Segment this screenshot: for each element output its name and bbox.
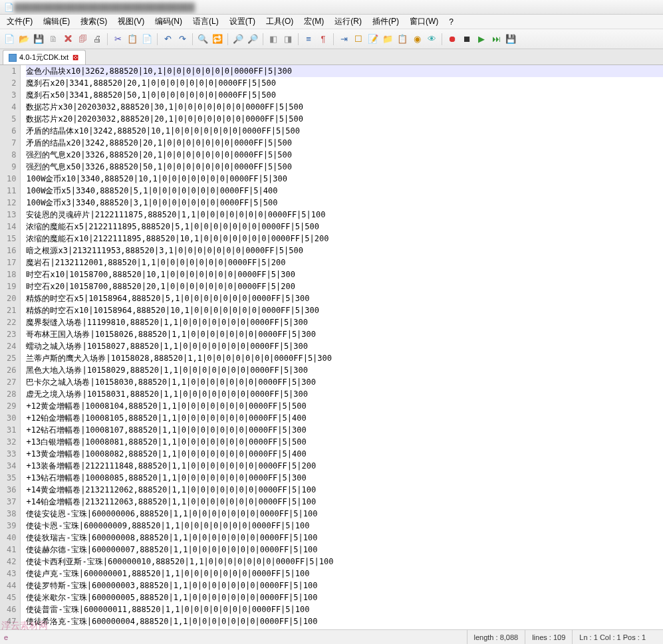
menu-item[interactable]: 插件(P) — [368, 15, 403, 29]
file-tab[interactable]: 4.0-1元CDK.txt ⊠ — [3, 50, 86, 64]
zoom-out-icon[interactable]: 🔎 — [246, 33, 259, 46]
code-line[interactable]: 新春稀有宝珠自选礼盒|490808003,888520|1,1|0|0|0|0|… — [26, 627, 663, 629]
play-multi-icon[interactable]: ⏭ — [489, 33, 503, 46]
code-line[interactable]: 时空石x20|10158700,888520|20,1|0|0|0|0|0|0|… — [26, 280, 663, 292]
menu-item[interactable]: 语言(L) — [189, 15, 223, 29]
zoom-in-icon[interactable]: 🔎 — [231, 33, 245, 46]
show-symbol-icon[interactable]: ¶ — [317, 33, 330, 46]
code-line[interactable]: 魔界裂缝入场卷|11199810,888520|1,1|0|0|0|0|0|0|… — [26, 316, 663, 328]
doc-map-icon[interactable]: ◉ — [410, 33, 424, 46]
code-line[interactable]: +12黄金增幅卷|10008104,888520|1,1|0|0|0|0|0|0… — [26, 400, 663, 412]
close-all-icon[interactable]: 🗐 — [76, 33, 89, 46]
play-icon[interactable]: ▶ — [475, 33, 488, 46]
redo-icon[interactable]: ↷ — [176, 33, 189, 46]
code-line[interactable]: 使徒赫尔德-宝珠|600000007,888520|1,1|0|0|0|0|0|… — [26, 544, 663, 556]
sync-h-icon[interactable]: ◨ — [281, 33, 295, 46]
code-line[interactable]: 使徒卢克-宝珠|600000001,888520|1,1|0|0|0|0|0|0… — [26, 568, 663, 580]
code-line[interactable]: 魔岩石|2132112001,888520|1,1|0|0|0|0|0|0|0|… — [26, 257, 663, 268]
doc-icon[interactable]: 📋 — [396, 33, 409, 46]
code-line[interactable]: 暗之根源x3|2132111953,888520|3,1|0|0|0|0|0|0… — [26, 245, 663, 257]
undo-icon[interactable]: ↶ — [161, 33, 174, 46]
record-icon[interactable]: ⏺ — [446, 33, 459, 46]
menu-item[interactable]: 工具(O) — [262, 15, 297, 29]
folder-icon[interactable]: 📁 — [381, 33, 394, 46]
code-line[interactable]: 数据芯片x30|20203032,888520|30,1|0|0|0|0|0|0… — [26, 101, 663, 113]
code-line[interactable]: 使徒狄瑞吉-宝珠|600000008,888520|1,1|0|0|0|0|0|… — [26, 532, 663, 544]
code-line[interactable]: 精炼的时空石x5|10158964,888520|5,1|0|0|0|0|0|0… — [26, 292, 663, 304]
menu-item[interactable]: 文件(F) — [3, 15, 37, 29]
code-line[interactable]: +12铂金增幅卷|10008105,888520|1,1|0|0|0|0|0|0… — [26, 412, 663, 424]
code-line[interactable]: 使徒安徒恩-宝珠|600000006,888520|1,1|0|0|0|0|0|… — [26, 508, 663, 520]
copy-icon[interactable]: 📋 — [126, 33, 139, 46]
open-icon[interactable]: 📂 — [17, 33, 31, 46]
code-line[interactable]: 巴卡尔之城入场卷|10158030,888520|1,1|0|0|0|0|0|0… — [26, 376, 663, 388]
code-line[interactable]: +14铂金增幅卷|2132112063,888520|1,1|0|0|0|0|0… — [26, 496, 663, 508]
code-line[interactable]: 蠕动之城入场券|10158027,888520|1,1|0|0|0|0|0|0|… — [26, 340, 663, 352]
stop-icon[interactable]: ⏹ — [460, 33, 473, 46]
code-line[interactable]: 数据芯片x20|20203032,888520|20,1|0|0|0|0|0|0… — [26, 113, 663, 125]
separator — [298, 33, 299, 45]
monitor-icon[interactable]: 👁 — [425, 33, 438, 46]
code-content[interactable]: 金色小晶块x10|3262,888520|10,1|0|0|0|0|0|0|0|… — [21, 65, 663, 629]
code-line[interactable]: +13白银增幅卷|10008081,888520|1,1|0|0|0|0|0|0… — [26, 436, 663, 448]
close-icon[interactable]: 🗙 — [61, 33, 74, 46]
menu-item[interactable]: 编码(N) — [151, 15, 186, 29]
menu-item[interactable]: ? — [445, 16, 458, 28]
code-line[interactable]: 精炼的时空石x10|10158964,888520|10,1|0|0|0|0|0… — [26, 304, 663, 316]
code-line[interactable]: 兰蒂卢斯的鹰犬入场券|10158028,888520|1,1|0|0|0|0|0… — [26, 352, 663, 364]
menu-item[interactable]: 运行(R) — [331, 15, 366, 29]
print-icon[interactable]: 🖨 — [90, 33, 104, 46]
code-line[interactable]: +13钻石增幅卷|10008085,888520|1,1|0|0|0|0|0|0… — [26, 472, 663, 484]
menu-item[interactable]: 宏(M) — [300, 15, 328, 29]
code-line[interactable]: 使徒卡恩-宝珠|600000009,888520|1,1|0|0|0|0|0|0… — [26, 520, 663, 532]
code-line[interactable]: 浓缩的魔能石x5|2122111895,888520|5,1|0|0|0|0|0… — [26, 221, 663, 233]
save-all-icon[interactable]: 🗎 — [47, 33, 60, 46]
save-macro-icon[interactable]: 💾 — [504, 33, 517, 46]
lang-icon[interactable]: 📝 — [366, 33, 380, 46]
replace-icon[interactable]: 🔁 — [211, 33, 224, 46]
code-line[interactable]: +13黄金增幅卷|10008082,888520|1,1|0|0|0|0|0|0… — [26, 448, 663, 460]
code-line[interactable]: 100W金币x10|3340,888520|10,1|0|0|0|0|0|0|0… — [26, 173, 663, 185]
code-line[interactable]: 虚无之境入场券|10158031,888520|1,1|0|0|0|0|0|0|… — [26, 388, 663, 400]
code-line[interactable]: 100W金币x3|3340,888520|3,1|0|0|0|0|0|0|0|0… — [26, 197, 663, 209]
menu-item[interactable]: 编辑(E) — [39, 15, 74, 29]
paste-icon[interactable]: 📄 — [140, 33, 154, 46]
menu-item[interactable]: 搜索(S) — [76, 15, 111, 29]
cut-icon[interactable]: ✂ — [111, 33, 124, 46]
code-line[interactable]: 矛盾的结晶体x10|3242,888520|10,1|0|0|0|0|0|0|0… — [26, 125, 663, 137]
code-line[interactable]: 魔刹石x20|3341,888520|20,1|0|0|0|0|0|0|0|00… — [26, 77, 663, 89]
code-line[interactable]: 黑色大地入场券|10158029,888520|1,1|0|0|0|0|0|0|… — [26, 364, 663, 376]
code-line[interactable]: +12钻石增幅卷|10008107,888520|1,1|0|0|0|0|0|0… — [26, 424, 663, 436]
code-line[interactable]: 使徒普雷-宝珠|600000011,888520|1,1|0|0|0|0|0|0… — [26, 603, 663, 615]
code-line[interactable]: +14黄金增幅卷|2132112062,888520|1,1|0|0|0|0|0… — [26, 484, 663, 496]
code-line[interactable]: 安徒恩的灵魂碎片|2122111875,888520|1,1|0|0|0|0|0… — [26, 209, 663, 221]
code-line[interactable]: 100W金币x5|3340,888520|5,1|0|0|0|0|0|0|0|0… — [26, 185, 663, 197]
new-file-icon[interactable]: 📄 — [3, 33, 16, 46]
wrap-icon[interactable]: ≡ — [302, 33, 315, 46]
menu-item[interactable]: 窗口(W) — [406, 15, 442, 29]
toolbar: 📄📂💾🗎🗙🗐🖨✂📋📄↶↷🔍🔁🔎🔎◧◨≡¶⇥☐📝📁📋◉👁⏺⏹▶⏭💾 — [0, 29, 663, 49]
code-line[interactable]: 使徒米歇尔-宝珠|600000005,888520|1,1|0|0|0|0|0|… — [26, 591, 663, 603]
separator — [157, 33, 158, 45]
code-line[interactable]: 强烈的气息x20|3326,888520|20,1|0|0|0|0|0|0|0|… — [26, 149, 663, 161]
sync-v-icon[interactable]: ◧ — [267, 33, 280, 46]
code-line[interactable]: 矛盾的结晶x20|3242,888520|20,1|0|0|0|0|0|0|0|… — [26, 137, 663, 149]
code-line[interactable]: +13装备增幅卷|2122111848,888520|1,1|0|0|0|0|0… — [26, 460, 663, 472]
save-icon[interactable]: 💾 — [32, 33, 45, 46]
code-line[interactable]: 魔刹石x50|3341,888520|50,1|0|0|0|0|0|0|0|00… — [26, 89, 663, 101]
guide-icon[interactable]: ☐ — [352, 33, 365, 46]
code-line[interactable]: 使徒卡西利亚斯-宝珠|600000010,888520|1,1|0|0|0|0|… — [26, 556, 663, 568]
menu-item[interactable]: 视图(V) — [114, 15, 148, 29]
code-line[interactable]: 使徒希洛克-宝珠|600000004,888520|1,1|0|0|0|0|0|… — [26, 615, 663, 627]
code-line[interactable]: 使徒罗特斯-宝珠|600000003,888520|1,1|0|0|0|0|0|… — [26, 580, 663, 591]
code-line[interactable]: 强烈的气息x50|3326,888520|50,1|0|0|0|0|0|0|0|… — [26, 161, 663, 173]
code-line[interactable]: 时空石x10|10158700,888520|10,1|0|0|0|0|0|0|… — [26, 268, 663, 280]
code-line[interactable]: 浓缩的魔能石x10|2122111895,888520|10,1|0|0|0|0… — [26, 233, 663, 245]
close-tab-icon[interactable]: ⊠ — [71, 53, 80, 62]
code-line[interactable]: 哥布林王国入场券|10158026,888520|1,1|0|0|0|0|0|0… — [26, 328, 663, 340]
separator — [192, 33, 193, 45]
menu-item[interactable]: 设置(T) — [225, 15, 259, 29]
find-icon[interactable]: 🔍 — [196, 33, 209, 46]
code-line[interactable]: 金色小晶块x10|3262,888520|10,1|0|0|0|0|0|0|0|… — [26, 65, 663, 77]
indent-icon[interactable]: ⇥ — [337, 33, 350, 46]
